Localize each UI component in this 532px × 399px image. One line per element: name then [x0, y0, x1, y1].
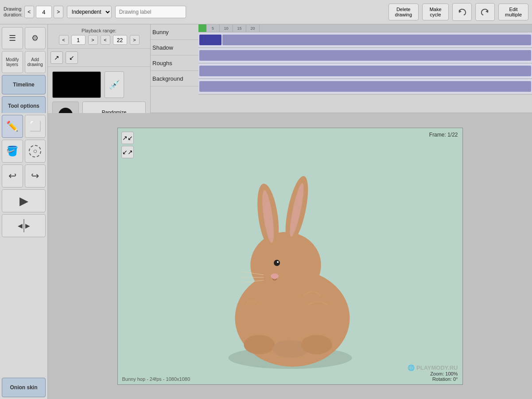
tool-panel: ✏️ ⬜ 🪣 ○ ↩ ↪ ▶ ◀ ▶ Onion skin [0, 113, 48, 399]
playback-start-more-button[interactable]: > [88, 35, 98, 45]
redo-button[interactable]: ↪ [25, 164, 46, 188]
bunny-dark-block [199, 35, 221, 45]
canvas-zoom-label: Zoom: 100%Rotation: 0° [430, 371, 458, 382]
onion-skin-button[interactable]: Onion skin [2, 378, 46, 397]
color-swatch[interactable] [52, 71, 101, 98]
background-timeline-row[interactable] [198, 79, 532, 94]
duration-more-button[interactable]: > [54, 6, 63, 18]
playhead-indicator[interactable] [198, 24, 206, 32]
frame-numbers: 5 10 15 20 [206, 24, 532, 32]
canvas-frame-label: Frame: 1/22 [429, 132, 458, 138]
sidebar-modify-row: Modifylayers Adddrawing [2, 51, 46, 73]
add-drawing-button[interactable]: Adddrawing [25, 51, 46, 73]
delete-drawing-button[interactable]: Deletedrawing [388, 4, 419, 20]
roughs-block [199, 66, 531, 76]
shadow-block [199, 50, 531, 61]
drawing-label-input[interactable] [115, 6, 186, 18]
frame-15: 15 [233, 24, 246, 32]
color-row: 💉 [52, 71, 146, 98]
timeline-button[interactable]: Timeline [2, 75, 46, 94]
canvas-expand-in-button[interactable]: ↙↗ [121, 146, 134, 158]
slider-track [23, 219, 24, 232]
frame-slider-button[interactable]: ◀ ▶ [2, 214, 46, 237]
drawing-duration-label: Drawingduration: [4, 6, 23, 18]
frame-20: 20 [246, 24, 260, 32]
svg-point-11 [244, 335, 275, 354]
undo-button[interactable]: ↩ [2, 164, 23, 188]
tool-row-undo: ↩ ↪ [2, 164, 46, 188]
drawing-duration-group: Drawingduration: < 4 > [4, 6, 63, 18]
shadow-layer-name: Shadow [152, 44, 197, 51]
add-drawing-label: Adddrawing [27, 57, 43, 67]
undo-icon-button[interactable] [452, 3, 472, 21]
gear-icon: ⚙ [31, 33, 39, 43]
eraser-tool-button[interactable]: ⬜ [25, 115, 46, 138]
canvas-project-label: Bunny hop - 24fps - 1080x1080 [122, 376, 190, 382]
independent-select[interactable]: Independent [67, 6, 112, 18]
watermark: 🌐 PLAYMODY.RU [408, 364, 458, 371]
shadow-timeline-row[interactable] [198, 48, 532, 63]
tool-options-label: Tool options [8, 103, 39, 109]
lasso-icon: ○ [29, 145, 41, 157]
frame-5: 5 [206, 24, 220, 32]
svg-point-16 [271, 273, 279, 278]
redo-icon [480, 7, 490, 17]
bunny-illustration [118, 128, 462, 384]
svg-point-14 [274, 259, 280, 266]
duration-less-button[interactable]: < [24, 6, 34, 18]
fill-tool-button[interactable]: 🪣 [2, 140, 23, 163]
lasso-tool-button[interactable]: ○ [25, 140, 46, 163]
settings-button[interactable]: ⚙ [25, 27, 46, 49]
modify-layers-button[interactable]: Modifylayers [2, 51, 23, 73]
bunny-layer-name: Bunny [152, 29, 197, 35]
playback-start-value: 1 [71, 35, 85, 45]
hamburger-menu-button[interactable]: ☰ [2, 27, 23, 49]
background-layer-name: Background [152, 75, 197, 82]
background-block [199, 81, 531, 92]
redo-icon-button[interactable] [475, 3, 495, 21]
play-icon: ▶ [19, 194, 28, 208]
sidebar-top-row: ☰ ⚙ [2, 27, 46, 49]
playback-start-less-button[interactable]: < [59, 35, 69, 45]
modify-layers-label: Modifylayers [6, 57, 19, 67]
duration-value: 4 [36, 6, 52, 18]
frame-10: 10 [220, 24, 233, 32]
make-cycle-button[interactable]: Makecycle [422, 4, 449, 20]
playback-range-label: Playback range: [82, 28, 116, 33]
play-button[interactable]: ▶ [2, 189, 46, 212]
svg-point-15 [277, 261, 279, 262]
brush-icon: ✏️ [6, 121, 18, 132]
onion-skin-label: Onion skin [10, 384, 37, 391]
undo-icon: ↩ [8, 170, 16, 182]
expand-out-button[interactable]: ↗ [50, 51, 63, 64]
bunny-light-block [222, 35, 531, 45]
canvas-expand-buttons: ↗↙ ↙↗ [121, 132, 134, 158]
canvas-expand-out-button[interactable]: ↗↙ [121, 132, 134, 144]
timeline-header: 5 10 15 20 [198, 24, 532, 32]
timeline-label: Timeline [13, 82, 34, 88]
roughs-layer-name: Roughs [152, 60, 197, 66]
undo-icon [457, 7, 467, 17]
redo-icon: ↪ [31, 170, 39, 182]
roughs-timeline-row[interactable] [198, 63, 532, 79]
fill-icon: 🪣 [6, 145, 18, 157]
slider-left-icon: ◀ [18, 222, 23, 229]
eyedropper-button[interactable]: 💉 [105, 71, 124, 98]
playback-range-controls: < 1 > < 22 > [59, 35, 140, 45]
svg-point-13 [301, 335, 332, 354]
playback-end-less-button[interactable]: < [101, 35, 110, 45]
timeline-grid: 5 10 15 20 [198, 24, 532, 113]
eyedropper-icon: 💉 [109, 79, 120, 90]
brush-tool-button[interactable]: ✏️ [2, 115, 23, 138]
canvas-bg[interactable]: Frame: 1/22 ↗↙ ↙↗ [117, 128, 463, 385]
playback-end-more-button[interactable]: > [130, 35, 140, 45]
tool-row-2: 🪣 ○ [2, 140, 46, 163]
canvas-area: Frame: 1/22 ↗↙ ↙↗ [48, 113, 532, 399]
playback-range-section: Playback range: < 1 > < 22 > [48, 24, 150, 49]
bunny-timeline-row[interactable] [198, 32, 532, 48]
edit-multiple-button[interactable]: Editmultiple [498, 4, 528, 20]
expand-in-button[interactable]: ↙ [66, 51, 78, 64]
tool-row-1: ✏️ ⬜ [2, 115, 46, 138]
expand-section: ↗ ↙ [48, 49, 150, 67]
eraser-icon: ⬜ [29, 121, 41, 132]
